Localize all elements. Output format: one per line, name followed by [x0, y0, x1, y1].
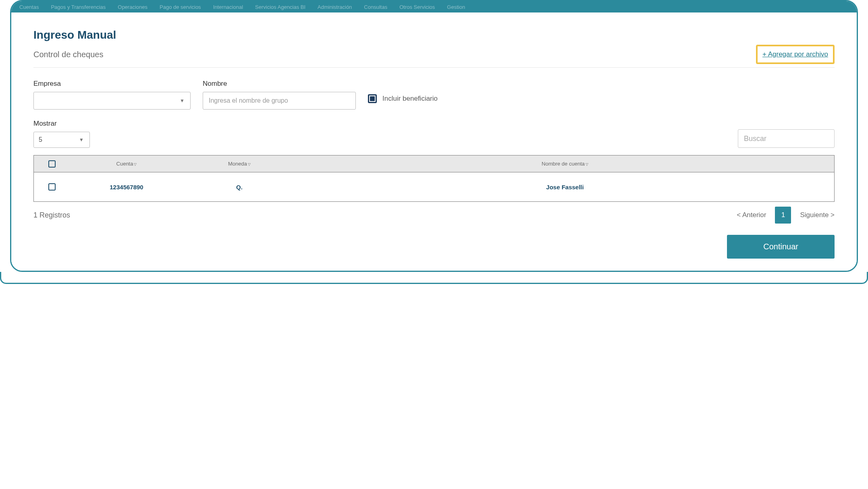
add-by-file-link[interactable]: + Agregar por archivo — [756, 45, 835, 64]
table-row: 1234567890 Q. Jose Fasselli — [34, 172, 834, 201]
prev-page-link[interactable]: < Anterior — [737, 211, 766, 219]
nav-item-administracion[interactable]: Administración — [318, 4, 352, 10]
search-input[interactable] — [738, 129, 835, 148]
nav-item-otros-servicios[interactable]: Otros Servicios — [399, 4, 435, 10]
sort-icon: ▽ — [248, 162, 251, 166]
nav-item-operaciones[interactable]: Operaciones — [118, 4, 147, 10]
cell-nombre: Jose Fasselli — [296, 184, 834, 191]
page-subtitle: Control de cheques — [33, 50, 103, 59]
nav-item-cuentas[interactable]: Cuentas — [19, 4, 39, 10]
nav-item-consultas[interactable]: Consultas — [364, 4, 387, 10]
row-checkbox[interactable] — [48, 183, 56, 191]
sort-icon: ▽ — [586, 162, 588, 166]
sort-icon: ▽ — [134, 162, 137, 166]
mostrar-label: Mostrar — [33, 120, 90, 128]
laptop-base — [0, 272, 868, 284]
nav-item-servicios-agencias[interactable]: Servicios Agencias BI — [255, 4, 305, 10]
nombre-input[interactable] — [203, 92, 356, 110]
column-header-moneda[interactable]: Moneda▽ — [183, 161, 296, 167]
nombre-label: Nombre — [203, 80, 356, 88]
incluir-beneficiario-checkbox[interactable] — [368, 94, 377, 103]
cell-cuenta: 1234567890 — [70, 184, 183, 191]
accounts-table: Cuenta▽ Moneda▽ Nombre de cuenta▽ 123456… — [33, 155, 835, 202]
nav-item-pago-servicios[interactable]: Pago de servicios — [160, 4, 201, 10]
nav-item-gestion[interactable]: Gestion — [447, 4, 465, 10]
column-header-cuenta[interactable]: Cuenta▽ — [70, 161, 183, 167]
chevron-down-icon: ▼ — [79, 137, 84, 143]
empresa-select[interactable]: ▼ — [33, 92, 191, 110]
top-nav: Cuentas Pagos y Transferencias Operacion… — [11, 1, 857, 12]
next-page-link[interactable]: Siguiente > — [800, 211, 835, 219]
cell-moneda: Q. — [183, 184, 296, 191]
page-title: Ingreso Manual — [33, 29, 835, 41]
continue-button[interactable]: Continuar — [727, 235, 835, 259]
empresa-label: Empresa — [33, 80, 191, 88]
current-page[interactable]: 1 — [775, 207, 791, 224]
select-all-checkbox[interactable] — [48, 160, 56, 168]
column-header-nombre[interactable]: Nombre de cuenta▽ — [296, 161, 834, 167]
nav-item-pagos[interactable]: Pagos y Transferencias — [51, 4, 106, 10]
records-count: 1 Registros — [33, 211, 70, 220]
pagination: < Anterior 1 Siguiente > — [737, 207, 835, 224]
incluir-beneficiario-label: Incluir beneficiario — [382, 95, 438, 103]
nav-item-internacional[interactable]: Internacional — [213, 4, 243, 10]
chevron-down-icon: ▼ — [180, 98, 185, 104]
mostrar-select[interactable]: 5 ▼ — [33, 132, 90, 148]
mostrar-value: 5 — [39, 136, 42, 143]
